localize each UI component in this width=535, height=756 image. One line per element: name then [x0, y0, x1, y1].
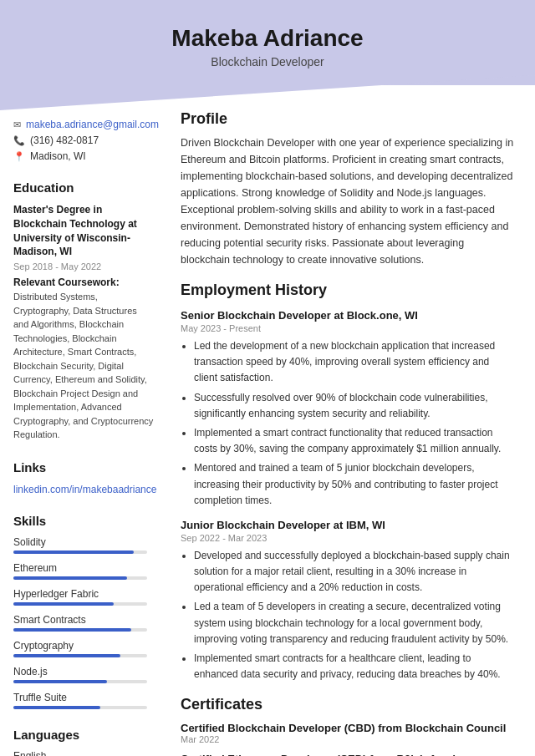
- skills-list: Solidity Ethereum Hyperledger Fabric Sma…: [13, 536, 154, 709]
- linkedin-link[interactable]: linkedin.com/in/makebaadriance: [13, 484, 156, 495]
- languages-title: Languages: [13, 728, 154, 742]
- job-entry: Junior Blockchain Developer at IBM, WI S…: [181, 519, 515, 683]
- phone-item: 📞 (316) 482-0817: [13, 134, 154, 146]
- job-date: Sep 2022 - Mar 2023: [181, 533, 515, 543]
- skill-bar-fill: [13, 654, 120, 657]
- skill-name: Solidity: [13, 536, 154, 548]
- skill-bar-fill: [13, 576, 127, 580]
- education-section: Education Master's Degree in Blockchain …: [13, 180, 154, 442]
- list-item: Successfully resolved over 90% of blockc…: [194, 390, 515, 422]
- candidate-name: Makeba Adriance: [17, 25, 518, 52]
- job-date: May 2023 - Present: [181, 323, 515, 333]
- skill-name: Cryptography: [13, 640, 154, 652]
- language-name: English: [13, 750, 154, 756]
- skill-item: Hyperledger Fabric: [13, 588, 154, 606]
- skill-name: Hyperledger Fabric: [13, 588, 154, 600]
- phone-icon: 📞: [13, 135, 25, 146]
- skill-bar-fill: [13, 628, 131, 632]
- resume-header: Makeba Adriance Blockchain Developer: [0, 0, 535, 85]
- main-content: Profile Driven Blockchain Developer with…: [167, 102, 535, 756]
- cert-name: Certified Blockchain Developer (CBD) fro…: [181, 722, 515, 734]
- skill-bar-fill: [13, 602, 114, 606]
- education-title: Education: [13, 180, 154, 195]
- skill-bar-bg: [13, 680, 147, 683]
- main-layout: ✉ makeba.adriance@gmail.com 📞 (316) 482-…: [0, 102, 535, 756]
- skills-section: Skills Solidity Ethereum Hyperledger Fab…: [13, 514, 154, 709]
- sidebar: ✉ makeba.adriance@gmail.com 📞 (316) 482-…: [0, 102, 167, 756]
- education-date: Sep 2018 - May 2022: [13, 261, 154, 271]
- email-item: ✉ makeba.adriance@gmail.com: [13, 119, 154, 130]
- contact-section: ✉ makeba.adriance@gmail.com 📞 (316) 482-…: [13, 119, 154, 162]
- location-icon: 📍: [13, 151, 25, 162]
- profile-section-title: Profile: [181, 110, 515, 128]
- skill-name: Smart Contracts: [13, 614, 154, 626]
- coursework-label: Relevant Coursework:: [13, 277, 154, 288]
- phone-text: (316) 482-0817: [30, 134, 99, 146]
- skill-bar-fill: [13, 551, 134, 554]
- skill-bar-fill: [13, 680, 107, 683]
- job-title: Senior Blockchain Developer at Block.one…: [181, 309, 515, 322]
- list-item: Led a team of 5 developers in creating a…: [194, 599, 515, 647]
- skill-bar-bg: [13, 654, 147, 657]
- skill-name: Ethereum: [13, 562, 154, 574]
- skill-item: Cryptography: [13, 640, 154, 657]
- skill-name: Node.js: [13, 666, 154, 677]
- skill-bar-fill: [13, 706, 100, 709]
- skill-bar-bg: [13, 706, 147, 709]
- candidate-title: Blockchain Developer: [17, 55, 518, 68]
- certs-list: Certified Blockchain Developer (CBD) fro…: [181, 722, 515, 756]
- employment-section-title: Employment History: [181, 282, 515, 299]
- skill-item: Node.js: [13, 666, 154, 683]
- list-item: Implemented a smart contract functionali…: [194, 425, 515, 457]
- education-degree: Master's Degree in Blockchain Technology…: [13, 203, 154, 259]
- profile-text: Driven Blockchain Developer with one yea…: [181, 134, 515, 268]
- location-text: Madison, WI: [30, 150, 86, 162]
- cert-name: Certified Ethereum Developer (CED) from …: [181, 753, 515, 756]
- list-item: Implemented smart contracts for a health…: [194, 651, 515, 682]
- skill-bar-bg: [13, 602, 147, 606]
- links-title: Links: [13, 460, 154, 474]
- job-title: Junior Blockchain Developer at IBM, WI: [181, 519, 515, 531]
- email-link[interactable]: makeba.adriance@gmail.com: [26, 119, 159, 130]
- languages-section: Languages English Indonesian: [13, 728, 154, 756]
- list-item: Mentored and trained a team of 5 junior …: [194, 460, 515, 509]
- coursework-text: Distributed Systems, Cryptography, Data …: [13, 290, 154, 442]
- location-item: 📍 Madison, WI: [13, 150, 154, 162]
- skill-item: Smart Contracts: [13, 614, 154, 632]
- skill-name: Truffle Suite: [13, 692, 154, 703]
- skill-item: Solidity: [13, 536, 154, 554]
- links-section: Links linkedin.com/in/makebaadriance: [13, 460, 154, 495]
- cert-entry: Certified Blockchain Developer (CBD) fro…: [181, 722, 515, 744]
- jobs-list: Senior Blockchain Developer at Block.one…: [181, 309, 515, 682]
- cert-entry: Certified Ethereum Developer (CED) from …: [181, 753, 515, 756]
- certificates-section-title: Certificates: [181, 696, 515, 713]
- skill-bar-bg: [13, 576, 147, 580]
- cert-date: Mar 2022: [181, 734, 515, 744]
- job-entry: Senior Blockchain Developer at Block.one…: [181, 309, 515, 509]
- language-item: English: [13, 750, 154, 756]
- languages-list: English Indonesian: [13, 750, 154, 756]
- skill-bar-bg: [13, 551, 147, 554]
- job-bullets: Developed and successfully deployed a bl…: [181, 548, 515, 683]
- skill-item: Ethereum: [13, 562, 154, 580]
- list-item: Developed and successfully deployed a bl…: [194, 548, 515, 596]
- email-icon: ✉: [13, 119, 21, 130]
- skill-item: Truffle Suite: [13, 692, 154, 709]
- skills-title: Skills: [13, 514, 154, 528]
- job-bullets: Led the development of a new blockchain …: [181, 338, 515, 509]
- list-item: Led the development of a new blockchain …: [194, 338, 515, 387]
- skill-bar-bg: [13, 628, 147, 632]
